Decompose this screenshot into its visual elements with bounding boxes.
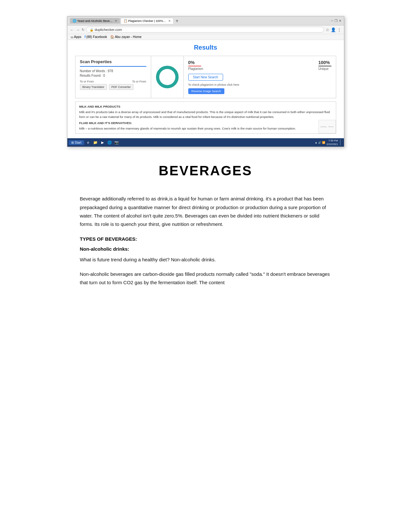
tab2-label: Plagiarism Checker | 100% Free a... [128,19,167,23]
document-title: BEVERAGES [80,163,331,179]
unique-stat: 100% Unique [318,60,331,71]
browser-tab-2[interactable]: 📋 Plagiarism Checker | 100% Free a... ✕ [121,18,174,24]
browser-content: Results Scan Properties Number of Words … [67,40,344,138]
pdf-converter-button[interactable]: PDF Converter [109,84,133,90]
forward-button[interactable]: → [76,27,80,32]
menu-icon[interactable]: ⋮ [337,27,341,32]
start-new-search-button[interactable]: Start New Search [188,74,223,81]
taskbar-time: 7:55 PM [327,139,338,142]
facebook-icon: f [84,35,85,39]
tab-add-button[interactable]: + [174,18,180,24]
results-found: Results Found : 0 [80,74,146,77]
tool-buttons: Binary Translator PDF Converter [80,84,146,90]
donut-chart-panel [151,56,183,98]
text-para-1: Milk and it's products take in a diverse… [79,110,332,119]
tab2-favicon: 📋 [123,19,127,23]
lock-icon: 🔒 [90,28,93,32]
taskbar-photo-icon[interactable]: 📷 [114,140,120,145]
taskbar-tray-icons: ▲ 🔊 📶 [315,141,325,144]
bookmark-facebook[interactable]: f (88) Facebook [84,35,107,39]
back-button[interactable]: ← [70,27,74,32]
tab1-label: Yeast and Alcoholic Beverages: B... [77,19,113,23]
tool-label-2: To or From [132,80,146,83]
results-title: Results [75,44,336,51]
browser-window: 🌐 Yeast and Alcoholic Beverages: B... ✕ … [67,16,344,147]
number-of-words: Number of Words : 978 [80,69,146,73]
non-alcoholic-para2: Non-alcoholic beverages are carbon-dioxi… [80,270,331,287]
tool-label-1: To or From [80,80,94,83]
results-container: Scan Properties Number of Words : 978 Re… [75,56,336,98]
plagiarism-line [188,66,201,66]
bookmark-home[interactable]: 🏠 Abu zayan - Home [110,35,142,39]
show-desktop-icon[interactable] [340,140,343,145]
donut-chart [154,64,180,90]
facebook-label: (88) Facebook [86,35,107,39]
intro-paragraph: Beverage additionally referred to as dri… [80,195,331,228]
taskbar-right: ▲ 🔊 📶 7:55 PM 2/22/2021 [315,139,343,146]
unique-label: Unique [318,67,331,71]
binary-translator-button[interactable]: Binary Translator [80,84,107,90]
taskbar-chrome-icon[interactable]: 🌐 [107,140,113,145]
photo-check-text: To check plagiarism in photos click here [188,83,331,86]
start-button[interactable]: ⊞ Start [69,140,84,145]
scan-properties-panel: Scan Properties Number of Words : 978 Re… [75,56,151,98]
tool-labels: To or From To or From [80,80,146,83]
start-windows-icon: ⊞ [71,141,74,144]
plagiarism-percent: 0% [188,60,203,65]
non-alcoholic-title: Non-alcoholic drinks: [80,246,331,252]
home-icon: 🏠 [110,35,114,39]
account-icon[interactable]: 👤 [331,27,336,32]
recaptcha-text: privacy · Terms [320,125,333,128]
refresh-button[interactable]: ↻ [82,28,84,32]
tab1-close[interactable]: ✕ [115,19,117,23]
bookmark-star-icon[interactable]: ☆ [326,27,329,32]
browser-navbar: ← → ↻ 🔒 duplichecker.com ☆ 👤 ⋮ [67,25,344,34]
minimize-button[interactable]: ─ [331,19,333,23]
apps-label: Apps [74,35,82,39]
taskbar-media-icon[interactable]: ▶ [100,140,105,145]
nav-icons: ☆ 👤 ⋮ [326,27,341,32]
browser-tab-1[interactable]: 🌐 Yeast and Alcoholic Beverages: B... ✕ [70,18,120,24]
svg-point-1 [158,67,177,87]
bookmark-apps[interactable]: ⚏ Apps [71,35,82,39]
taskbar: ⊞ Start e 📁 ▶ 🌐 📷 ▲ 🔊 📶 7:55 PM 2/22/202… [67,138,344,147]
start-label: Start [75,141,82,144]
bookmarks-bar: ⚏ Apps f (88) Facebook 🏠 Abu zayan - Hom… [67,34,344,40]
reverse-image-search-button[interactable]: Reverse Image Search [188,88,224,94]
browser-tabs: 🌐 Yeast and Alcoholic Beverages: B... ✕ … [70,18,180,24]
text-para-2: Milk – a nutritious secretion of the mam… [79,126,332,131]
recaptcha-badge: privacy · Terms [318,120,336,133]
text-heading-2: FLUID MILK AND IT'S DERIVATIVES: [79,121,332,125]
types-title: TYPES OF BEVERAGES: [80,236,331,242]
home-label: Abu zayan - Home [115,35,142,39]
stats-row: 0% Plagiarism 100% Unique [188,60,331,71]
taskbar-date: 2/22/2021 [327,142,338,146]
plagiarism-label: Plagiarism [188,67,203,71]
window-controls: ─ ❐ ✕ [331,19,341,23]
unique-percent: 100% [318,60,331,65]
address-bar[interactable]: 🔒 duplichecker.com [86,27,324,33]
unique-line [318,66,331,66]
taskbar-ie-icon[interactable]: e [85,140,91,145]
taskbar-clock: 7:55 PM 2/22/2021 [327,139,338,146]
taskbar-left: ⊞ Start e 📁 ▶ 🌐 📷 [69,140,120,145]
apps-icon: ⚏ [71,35,73,39]
scan-properties-title: Scan Properties [80,59,146,67]
plagiarism-stat: 0% Plagiarism [188,60,203,71]
text-content-area: MILK AND MILK PRODUCTS Milk and it's pro… [75,102,336,134]
address-text: duplichecker.com [95,28,122,32]
tab1-favicon: 🌐 [73,19,76,23]
tab2-close[interactable]: ✕ [168,19,171,23]
taskbar-folder-icon[interactable]: 📁 [93,140,98,145]
browser-titlebar: 🌐 Yeast and Alcoholic Beverages: B... ✕ … [67,16,344,25]
document-content: BEVERAGES Beverage additionally referred… [67,163,344,312]
stats-panel: 0% Plagiarism 100% Unique Start New Sear… [183,56,336,98]
text-heading-1: MILK AND MILK PRODUCTS [79,104,332,109]
close-button[interactable]: ✕ [339,19,341,23]
restore-button[interactable]: ❐ [335,19,338,23]
non-alcoholic-para1: What is future trend during a healthy di… [80,256,331,264]
